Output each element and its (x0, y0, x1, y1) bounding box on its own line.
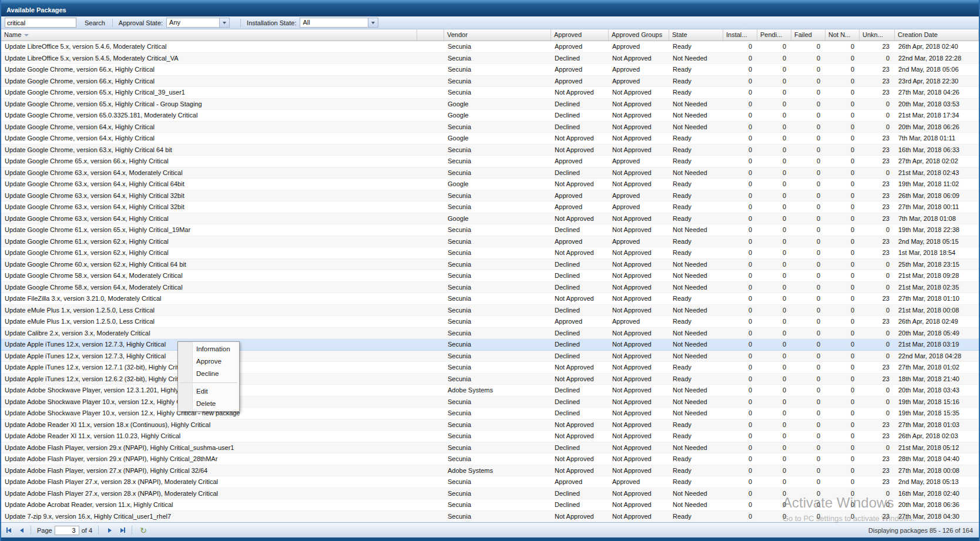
cell-unknown: 0 (860, 224, 895, 236)
column-header-failed[interactable]: Failed (791, 29, 825, 41)
table-row[interactable]: Update Google Chrome 63.x, version 64.x,… (1, 179, 979, 190)
cell-not-needed: 0 (825, 488, 860, 499)
next-page-button[interactable] (105, 525, 115, 536)
table-row[interactable]: Update Adobe Flash Player, version 27.x … (1, 465, 979, 477)
column-header-name[interactable]: Name (1, 29, 417, 41)
cell-state: Not Needed (669, 167, 723, 179)
table-row[interactable]: Update Google Chrome, version 65.0.3325.… (1, 110, 979, 122)
table-row[interactable]: Update eMule Plus 1.x, version 1.2.5.0, … (1, 316, 979, 328)
column-header-vendor[interactable]: Vendor (444, 29, 551, 41)
cell-pending: 0 (757, 167, 791, 179)
cell-state: Not Needed (669, 488, 723, 499)
table-row[interactable]: Update Adobe Flash Player 27.x, version … (1, 476, 979, 488)
table-row[interactable]: Update Calibre 2.x, version 3.x, Moderat… (1, 328, 979, 340)
cell-failed: 0 (791, 201, 825, 213)
search-button[interactable]: Search (85, 19, 105, 26)
table-row[interactable]: Update Adobe Shockwave Player 10.x, vers… (1, 396, 979, 408)
table-row[interactable]: Update Adobe Flash Player 27.x, version … (1, 488, 979, 500)
installation-state-combo[interactable]: All (300, 18, 378, 28)
cell-creation-date: 21st Mar, 2018 00:08 (895, 305, 979, 316)
table-row[interactable]: Update Adobe Shockwave Player, version 1… (1, 385, 979, 396)
cell-installed: 0 (723, 236, 757, 247)
column-header-approved-groups[interactable]: Approved Groups (609, 29, 669, 41)
column-header-not-needed[interactable]: Not N... (825, 29, 860, 41)
installation-state-trigger[interactable] (368, 18, 378, 27)
table-row[interactable]: Update Google Chrome 58.x, version 64.x,… (1, 270, 979, 282)
table-row[interactable]: Update eMule Plus 1.x, version 1.2.5.0, … (1, 305, 979, 317)
table-row[interactable]: Update Apple iTunes 12.x, version 12.7.3… (1, 339, 979, 351)
column-header-installed[interactable]: Instal... (723, 29, 757, 41)
cell-creation-date: 19th Mar, 2018 22:38 (895, 224, 979, 236)
table-row[interactable]: Update Google Chrome 63.x, version 64.x,… (1, 201, 979, 213)
table-row[interactable]: Update LibreOffice 5.x, version 5.4.5, M… (1, 53, 979, 65)
cell-state: Not Needed (669, 328, 723, 339)
table-row[interactable]: Update Apple iTunes 12.x, version 12.6.2… (1, 374, 979, 385)
table-row[interactable]: Update Adobe Shockwave Player 10.x, vers… (1, 408, 979, 419)
refresh-button[interactable]: ↻ (138, 525, 149, 536)
table-row[interactable]: Update Google Chrome 63.x, version 64.x,… (1, 167, 979, 179)
cell-name: Update Google Chrome, version 64.x, High… (1, 122, 417, 133)
column-header-state[interactable]: State (669, 29, 723, 41)
table-row[interactable]: Update Adobe Flash Player, version 29.x … (1, 442, 979, 454)
menu-item-delete[interactable]: Delete (178, 398, 239, 410)
table-row[interactable]: Update Google Chrome 60.x, version 62.x,… (1, 259, 979, 271)
table-row[interactable]: Update 7-zip 9.x, version 16.x, Highly C… (1, 511, 979, 523)
prev-page-button[interactable] (16, 525, 27, 536)
cell-unknown: 23 (860, 316, 895, 327)
table-row[interactable]: Update Adobe Flash Player, version 29.x … (1, 453, 979, 465)
cell-unknown: 23 (860, 362, 895, 373)
table-row[interactable]: Update Google Chrome, version 65.x, High… (1, 87, 979, 99)
cell-spacer (417, 167, 444, 179)
cell-unknown: 23 (860, 201, 895, 213)
table-row[interactable]: Update Apple iTunes 12.x, version 12.7.3… (1, 351, 979, 362)
table-row[interactable]: Update Google Chrome, version 64.x, High… (1, 133, 979, 145)
table-row[interactable]: Update Google Chrome 63.x, version 64.x,… (1, 190, 979, 202)
table-row[interactable]: Update Adobe Acrobat Reader, version 11.… (1, 499, 979, 511)
cell-spacer (417, 282, 444, 293)
table-row[interactable]: Update LibreOffice 5.x, version 5.4.6, M… (1, 41, 979, 53)
column-header-pending[interactable]: Pendi... (757, 29, 791, 41)
cell-failed: 0 (791, 53, 825, 64)
table-row[interactable]: Update Apple iTunes 12.x, version 12.7.1… (1, 362, 979, 374)
cell-state: Ready (669, 64, 723, 75)
cell-failed: 0 (791, 41, 825, 52)
menu-item-edit[interactable]: Edit (178, 385, 239, 398)
cell-state: Ready (669, 201, 723, 213)
table-row[interactable]: Update FileZilla 3.x, version 3.21.0, Mo… (1, 293, 979, 305)
cell-creation-date: 20th Mar, 2018 06:36 (895, 499, 979, 510)
first-page-button[interactable] (4, 525, 14, 536)
cell-unknown: 23 (860, 293, 895, 304)
table-row[interactable]: Update Google Chrome, version 64.x, High… (1, 122, 979, 133)
page-number-input[interactable] (55, 526, 79, 535)
table-row[interactable]: Update Google Chrome 61.x, version 65.x,… (1, 224, 979, 236)
column-header-approved[interactable]: Approved (551, 29, 609, 41)
column-header-creation-date[interactable]: Creation Date (895, 29, 979, 41)
table-row[interactable]: Update Google Chrome 63.x, version 64.x,… (1, 213, 979, 225)
search-input[interactable] (5, 18, 76, 28)
last-page-button[interactable] (118, 525, 128, 536)
table-row[interactable]: Update Google Chrome 61.x, version 62.x,… (1, 236, 979, 248)
menu-item-decline[interactable]: Decline (178, 368, 239, 380)
table-row[interactable]: Update Google Chrome, version 66.x, High… (1, 76, 979, 88)
cell-name: Update Google Chrome, version 66.x, High… (1, 64, 417, 75)
approval-state-trigger[interactable] (219, 18, 229, 27)
table-row[interactable]: Update Google Chrome 61.x, version 62.x,… (1, 247, 979, 259)
table-row[interactable]: Update Google Chrome, version 63.x, High… (1, 145, 979, 156)
column-header-unknown[interactable]: Unkn... (860, 29, 895, 41)
table-row[interactable]: Update Adobe Reader XI 11.x, version 11.… (1, 431, 979, 442)
table-row[interactable]: Update Google Chrome 58.x, version 64.x,… (1, 282, 979, 294)
cell-not-needed: 0 (825, 351, 860, 362)
cell-name: Update Google Chrome, version 65.0.3325.… (1, 110, 417, 121)
table-row[interactable]: Update Google Chrome, version 65.x, High… (1, 99, 979, 110)
table-row[interactable]: Update Google Chrome 65.x, version 66.x,… (1, 156, 979, 167)
cell-approved: Not Approved (551, 133, 609, 144)
table-row[interactable]: Update Google Chrome, version 66.x, High… (1, 64, 979, 76)
cell-approved: Not Approved (551, 431, 609, 442)
approval-state-combo[interactable]: Any (166, 18, 230, 28)
cell-approved: Not Approved (551, 213, 609, 224)
menu-item-information[interactable]: Information (178, 343, 239, 355)
cell-approved-groups: Not Approved (609, 362, 669, 373)
cell-not-needed: 0 (825, 282, 860, 293)
menu-item-approve[interactable]: Approve (178, 355, 239, 368)
table-row[interactable]: Update Adobe Reader XI 11.x, version 18.… (1, 419, 979, 431)
